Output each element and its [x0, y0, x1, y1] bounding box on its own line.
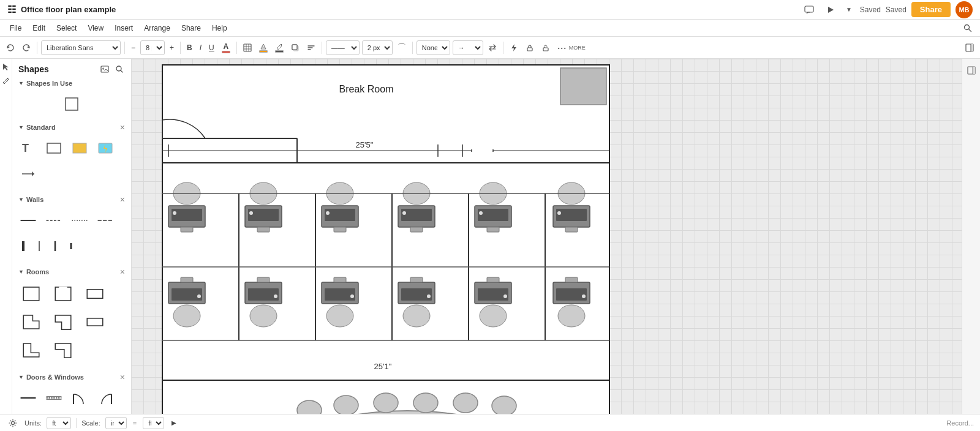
wall-vertical-thick-short[interactable]	[65, 235, 77, 257]
line-width-select[interactable]: 2 px 1 px 3 px	[362, 40, 393, 55]
arrow-end-select[interactable]: → None	[453, 40, 483, 55]
walls-close[interactable]: ×	[120, 195, 125, 204]
rectangle-shape[interactable]	[43, 137, 65, 159]
collapse-panel-btn[interactable]	[963, 42, 976, 54]
units-select[interactable]: ft in m	[47, 417, 71, 429]
font-size-select[interactable]: 8 pt	[140, 40, 165, 55]
svg-marker-25	[32, 171, 34, 176]
wall-dotted[interactable]	[69, 209, 91, 231]
menu-edit[interactable]: Edit	[28, 22, 50, 34]
settings-btn[interactable]	[6, 417, 20, 429]
door-arc[interactable]	[69, 387, 91, 409]
format-btn[interactable]	[304, 42, 318, 54]
wall-solid[interactable]	[17, 209, 39, 231]
font-size-increase[interactable]: +	[167, 42, 176, 54]
svg-rect-20	[47, 143, 61, 153]
menu-view[interactable]: View	[83, 22, 108, 34]
font-color-btn[interactable]: A	[219, 40, 233, 55]
door-wall-solid[interactable]	[17, 387, 39, 409]
doors-windows-close[interactable]: ×	[120, 372, 125, 382]
canvas-area[interactable]: Break Room 25'5"	[132, 59, 962, 414]
wall-thick[interactable]	[17, 235, 29, 257]
svg-text:T: T	[22, 142, 29, 154]
arrow-start-select[interactable]: None → ◆	[417, 40, 450, 55]
lock-btn[interactable]	[523, 42, 537, 54]
svg-rect-13	[971, 44, 973, 51]
lightning-shape[interactable]	[94, 137, 116, 159]
menu-select[interactable]: Select	[51, 22, 81, 34]
shadow-btn[interactable]	[288, 42, 302, 54]
present-btn[interactable]	[822, 3, 838, 17]
more-btn[interactable]: ···	[555, 40, 569, 55]
redo-btn[interactable]	[20, 42, 33, 54]
share-button[interactable]: Share	[911, 2, 951, 17]
font-size-decrease[interactable]: −	[129, 42, 138, 54]
arrow-shape[interactable]	[17, 163, 39, 185]
rooms-header[interactable]: ▼ Rooms ×	[12, 264, 131, 279]
lightning-btn[interactable]	[507, 42, 521, 54]
line-color-btn[interactable]	[273, 41, 286, 54]
room-l-bottom-2[interactable]	[49, 338, 77, 362]
svg-point-100	[557, 211, 561, 215]
wall-vertical-medium[interactable]	[49, 235, 61, 257]
room-rect-wide[interactable]	[81, 310, 109, 334]
underline-btn[interactable]: U	[206, 42, 217, 54]
search-diagrams-btn[interactable]	[960, 21, 975, 35]
svg-rect-64	[162, 163, 609, 389]
svg-rect-34	[23, 287, 39, 301]
svg-point-75	[173, 211, 176, 215]
svg-text:25'5": 25'5"	[356, 140, 374, 149]
italic-btn[interactable]: I	[197, 42, 204, 54]
collapse-icon	[965, 43, 974, 52]
main-area: Shapes ▼ Shapes In Use ▼ Standard	[0, 59, 980, 414]
window-dashed[interactable]	[43, 387, 65, 409]
room-l-bottom-1[interactable]	[17, 338, 45, 362]
menu-share[interactable]: Share	[176, 22, 206, 34]
door-arc-right[interactable]	[94, 387, 116, 409]
scale-in-select[interactable]: in	[105, 417, 127, 429]
bold-btn[interactable]: B	[184, 42, 195, 54]
doors-windows-header[interactable]: ▼ Doors & Windows ×	[12, 370, 131, 384]
menu-arrange[interactable]: Arrange	[139, 22, 175, 34]
menubar: File Edit Select View Insert Arrange Sha…	[0, 20, 980, 37]
table-btn[interactable]	[241, 42, 254, 54]
walls-header[interactable]: ▼ Walls ×	[12, 192, 131, 207]
shapes-in-use-header[interactable]: ▼ Shapes In Use	[12, 77, 131, 89]
undo-btn[interactable]	[4, 42, 17, 54]
room-full[interactable]	[17, 282, 45, 306]
pencil-tool[interactable]	[1, 75, 12, 86]
room-l-shape-2[interactable]	[49, 310, 77, 334]
square-shape[interactable]	[61, 93, 83, 115]
standard-close[interactable]: ×	[120, 122, 125, 132]
text-shape[interactable]: T	[17, 137, 39, 159]
swap-icon	[488, 43, 497, 52]
right-panel-expand[interactable]	[963, 62, 979, 78]
standard-arrow: ▼	[18, 124, 24, 130]
room-opening-top[interactable]	[49, 282, 77, 306]
wall-long-dashed[interactable]	[94, 209, 116, 231]
svg-point-90	[402, 211, 406, 215]
scale-expand-btn[interactable]: ▶	[169, 418, 179, 428]
menu-file[interactable]: File	[5, 22, 26, 34]
rooms-close[interactable]: ×	[120, 267, 125, 277]
room-thin[interactable]	[81, 282, 109, 306]
chat-icon-btn[interactable]	[801, 3, 817, 17]
wall-vertical-thin[interactable]	[33, 235, 45, 257]
wall-dashed[interactable]	[43, 209, 65, 231]
room-l-shape-1[interactable]	[17, 310, 45, 334]
present-dropdown[interactable]: ▼	[843, 4, 855, 15]
scale-ft-select[interactable]: ft	[143, 417, 164, 429]
unlock-btn[interactable]	[539, 42, 552, 54]
waypoint-btn[interactable]: ⌒	[395, 40, 409, 55]
shapes-search-btn[interactable]	[114, 64, 125, 75]
menu-help[interactable]: Help	[207, 22, 232, 34]
menu-insert[interactable]: Insert	[110, 22, 138, 34]
fill-color-btn[interactable]	[257, 41, 270, 54]
swap-arrows-btn[interactable]	[486, 42, 499, 54]
filled-rectangle-shape[interactable]	[69, 137, 91, 159]
standard-header[interactable]: ▼ Standard ×	[12, 120, 131, 135]
line-style-select[interactable]: —— - - - ···	[326, 40, 360, 55]
font-family-select[interactable]: Liberation Sans	[41, 40, 121, 55]
pointer-tool[interactable]	[1, 61, 12, 72]
shapes-image-btn[interactable]	[99, 64, 110, 75]
